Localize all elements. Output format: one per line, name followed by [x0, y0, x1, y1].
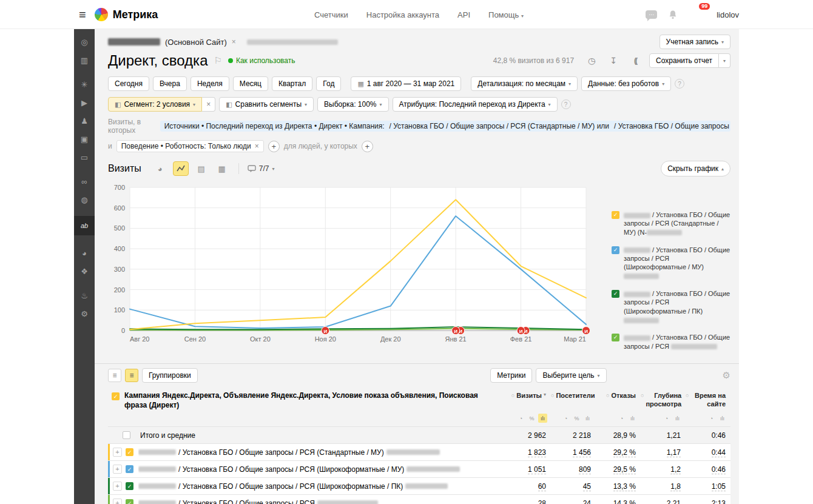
pie-mode-icon[interactable]: ◔: [561, 414, 570, 423]
counter-name-suffix[interactable]: (Основной Сайт): [165, 38, 227, 47]
date-range-button[interactable]: ▦1 авг 2020 — 31 мар 2021: [351, 76, 461, 91]
pie-mode-icon[interactable]: ◔: [707, 414, 716, 423]
notifications-bell-icon[interactable]: [668, 10, 678, 20]
reports-icon[interactable]: ▥: [74, 52, 95, 68]
how-to-use-link[interactable]: Как использовать: [228, 56, 295, 65]
table-row[interactable]: + ✓ / Установка ГБО / Общие запросы / РС…: [108, 494, 730, 504]
cell-visitors[interactable]: 45: [583, 482, 591, 491]
cell-visits[interactable]: 28: [538, 499, 546, 504]
cell-visitors[interactable]: 1 456: [573, 448, 591, 457]
sources-icon[interactable]: ◍: [74, 192, 95, 207]
cell-bounce[interactable]: 13,3 %: [613, 482, 636, 491]
groupings-button[interactable]: Группировки: [142, 368, 198, 383]
bars-mode-icon[interactable]: ılı: [673, 414, 682, 423]
help-icon[interactable]: ?: [561, 99, 571, 109]
help-icon[interactable]: ?: [675, 79, 684, 89]
row-checkbox[interactable]: ✓: [126, 482, 133, 490]
username[interactable]: lidolov: [717, 10, 739, 19]
period-year-button[interactable]: Год: [316, 76, 341, 91]
cell-visitors[interactable]: 809: [579, 465, 591, 474]
period-month-button[interactable]: Месяц: [233, 76, 268, 91]
colored-list-view-icon[interactable]: ≡: [125, 369, 138, 382]
expand-row-button[interactable]: +: [113, 465, 122, 474]
add-condition-button[interactable]: +: [268, 141, 280, 152]
account-button[interactable]: Учетная запись ▾: [660, 35, 730, 49]
cell-visits[interactable]: 1 823: [528, 448, 546, 457]
legend-item[interactable]: ✓ / Установка ГБО / Общие запросы / РСЯ …: [612, 246, 730, 280]
cell-time[interactable]: 1:05: [712, 482, 726, 491]
expand-row-button[interactable]: +: [113, 448, 122, 457]
experiments-icon[interactable]: ab: [74, 216, 95, 235]
totals-checkbox[interactable]: [123, 431, 130, 439]
audience-icon[interactable]: ♟: [74, 113, 95, 129]
data-mode-dropdown[interactable]: Данные: без роботов ▾: [581, 76, 671, 91]
select-all-checkbox[interactable]: ✓: [112, 392, 120, 400]
favorites-icon[interactable]: ✳: [74, 76, 95, 92]
legend-item[interactable]: ✓ / Установка ГБО / Общие запросы / РСЯ …: [612, 289, 730, 324]
legend-checkbox[interactable]: ✓: [612, 246, 619, 254]
cell-depth[interactable]: 1,2: [670, 465, 681, 474]
stacked-chart-type-icon[interactable]: ▤: [194, 161, 209, 176]
table-chart-type-icon[interactable]: ▦: [214, 161, 230, 176]
sampling-dropdown[interactable]: Выборка: 100% ▾: [317, 97, 388, 112]
attribution-dropdown[interactable]: Атрибуция: Последний переход из Директа …: [393, 97, 558, 112]
nav-api[interactable]: API: [457, 10, 470, 19]
segment-clear-button[interactable]: ×: [202, 97, 215, 112]
bars-mode-icon[interactable]: ılı: [538, 414, 547, 423]
save-report-caret-button[interactable]: ▾: [719, 53, 730, 68]
bars-mode-icon[interactable]: ılı: [628, 414, 637, 423]
hamburger-menu-icon[interactable]: ≡: [79, 8, 86, 22]
behavior-icon[interactable]: ▣: [74, 131, 95, 147]
row-checkbox[interactable]: ✓: [126, 448, 133, 456]
table-row[interactable]: + ✓ / Установка ГБО / Общие запросы / РС…: [108, 460, 730, 477]
cell-depth[interactable]: 1,17: [667, 448, 681, 457]
links-icon[interactable]: ∞: [74, 173, 95, 189]
webvisor-icon[interactable]: ▶: [74, 95, 95, 110]
legend-item[interactable]: ✓ / Установка ГБО / Общие запросы / РСЯ: [612, 333, 730, 351]
close-icon[interactable]: ×: [255, 142, 259, 150]
cell-bounce[interactable]: 14,3 %: [613, 499, 636, 504]
cell-visitors[interactable]: 24: [583, 499, 591, 504]
column-visitors[interactable]: ○Посетители: [551, 392, 595, 400]
legend-item[interactable]: ✓ / Установка ГБО / Общие запросы / РСЯ …: [612, 210, 730, 237]
legend-checkbox[interactable]: ✓: [612, 334, 619, 341]
devices-icon[interactable]: ▭: [74, 149, 95, 165]
percent-mode-icon[interactable]: %: [572, 414, 581, 423]
table-settings-gear-icon[interactable]: ⚙: [723, 370, 730, 381]
summary-icon[interactable]: ◎: [74, 34, 95, 50]
goals-selector[interactable]: 7/7 ▾: [248, 164, 275, 173]
pie-chart-type-icon[interactable]: ◕: [152, 161, 168, 176]
table-row[interactable]: + ✓ / Установка ГБО / Общие запросы / РС…: [108, 477, 730, 494]
save-report-button[interactable]: Сохранить отчет: [649, 53, 719, 68]
detalization-dropdown[interactable]: Детализация: по месяцам ▾: [471, 76, 578, 91]
cell-depth[interactable]: 2,21: [667, 499, 681, 504]
legend-checkbox[interactable]: ✓: [612, 211, 619, 219]
metrics-button[interactable]: Метрики: [490, 368, 532, 383]
integrations-icon[interactable]: ❖: [74, 263, 95, 279]
expand-row-button[interactable]: +: [113, 482, 122, 491]
row-name[interactable]: / Установка ГБО / Общие запросы / РСЯ (Ш…: [138, 465, 506, 474]
cell-visits[interactable]: 1 051: [528, 465, 546, 474]
table-row[interactable]: + ✓ / Установка ГБО / Общие запросы / РС…: [108, 443, 730, 460]
nav-help[interactable]: Помощь ▾: [488, 10, 524, 19]
segment-dropdown[interactable]: ◧Сегмент: 2 условия ▾: [108, 97, 202, 112]
column-visits[interactable]: ○Визиты▾: [511, 392, 546, 400]
line-chart-type-icon[interactable]: [173, 161, 189, 176]
pie-mode-icon[interactable]: ◔: [662, 414, 671, 423]
condition-chip-robots[interactable]: Поведение • Роботность: Только люди ×: [116, 140, 264, 152]
visits-line-chart[interactable]: 0100200300400500600700Авг 20Сен 20Окт 20…: [108, 181, 601, 343]
cell-bounce[interactable]: 29,5 %: [613, 465, 636, 474]
row-name[interactable]: / Установка ГБО / Общие запросы / РСЯ: [138, 499, 506, 504]
annotations-icon[interactable]: ((: [627, 53, 643, 69]
export-download-icon[interactable]: ↧: [606, 53, 621, 69]
compare-segments-dropdown[interactable]: ◧Сравнить сегменты ▾: [219, 97, 314, 112]
period-quarter-button[interactable]: Квартал: [272, 76, 312, 91]
pie-mode-icon[interactable]: ◔: [516, 414, 525, 423]
pie-mode-icon[interactable]: ◔: [617, 414, 626, 423]
column-time[interactable]: ○Время на сайте: [686, 392, 726, 409]
expand-row-button[interactable]: +: [113, 499, 122, 504]
period-week-button[interactable]: Неделя: [191, 76, 229, 91]
column-depth[interactable]: ○Глубина просмотра: [641, 392, 681, 409]
legend-checkbox[interactable]: ✓: [612, 290, 619, 298]
period-today-button[interactable]: Сегодня: [108, 76, 149, 91]
